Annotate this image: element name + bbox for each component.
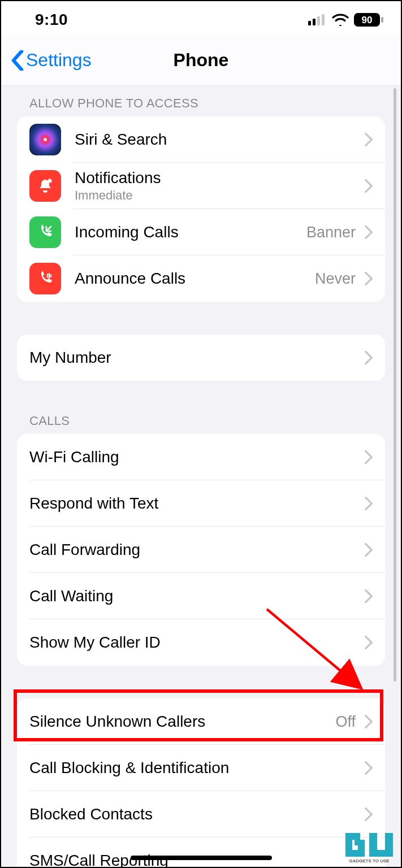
svg-text:90: 90	[362, 15, 373, 25]
row-call-waiting[interactable]: Call Waiting	[17, 573, 385, 619]
row-show-caller-id[interactable]: Show My Caller ID	[17, 619, 385, 666]
chevron-right-icon	[365, 225, 373, 239]
battery-icon: 90	[353, 12, 384, 27]
chevron-left-icon	[11, 50, 24, 71]
chevron-right-icon	[365, 636, 373, 649]
row-label: Call Waiting	[29, 587, 113, 605]
row-sms-call-reporting[interactable]: SMS/Call Reporting	[17, 837, 385, 867]
cellular-icon	[308, 14, 327, 25]
svg-rect-1	[313, 19, 315, 25]
row-label: Blocked Contacts	[29, 805, 153, 823]
chevron-right-icon	[365, 589, 373, 603]
chevron-right-icon	[365, 450, 373, 464]
svg-rect-2	[317, 16, 320, 25]
chevron-right-icon	[365, 272, 373, 285]
status-icons: 90	[308, 12, 384, 27]
section-header-access: ALLOW PHONE TO ACCESS	[1, 86, 401, 116]
row-label: Respond with Text	[29, 494, 158, 513]
chevron-right-icon	[365, 715, 373, 728]
siri-icon	[29, 124, 61, 155]
chevron-right-icon	[365, 351, 373, 364]
row-label: Incoming Calls	[75, 223, 179, 241]
row-blocked-contacts[interactable]: Blocked Contacts	[17, 791, 385, 837]
row-label: Call Forwarding	[29, 541, 140, 559]
watermark-logo: GADGETS TO USE	[341, 827, 397, 865]
row-announce-calls[interactable]: Announce Calls Never	[17, 255, 385, 302]
row-sublabel: Immediate	[75, 188, 161, 203]
row-label: Siri & Search	[75, 131, 167, 149]
back-label: Settings	[26, 50, 92, 71]
group-mynumber: My Number	[17, 335, 385, 381]
group-access: Siri & Search Notifications Immediate In…	[17, 116, 385, 302]
svg-point-7	[48, 179, 52, 183]
scrollbar[interactable]	[394, 88, 396, 682]
page-title: Phone	[174, 50, 229, 71]
phone-announce-icon	[29, 263, 61, 294]
row-label: Call Blocking & Identification	[29, 759, 229, 777]
row-siri-search[interactable]: Siri & Search	[17, 116, 385, 163]
row-label: Notifications	[75, 169, 161, 187]
group-silence-block: Silence Unknown Callers Off Call Blockin…	[17, 698, 385, 867]
row-label: Silence Unknown Callers	[29, 713, 205, 731]
status-bar: 9:10 90	[1, 1, 401, 35]
chevron-right-icon	[365, 497, 373, 510]
back-button[interactable]: Settings	[1, 50, 92, 71]
row-call-blocking-id[interactable]: Call Blocking & Identification	[17, 745, 385, 791]
row-value: Off	[335, 713, 356, 731]
chevron-right-icon	[365, 808, 373, 821]
row-label: Show My Caller ID	[29, 633, 161, 652]
wifi-icon	[332, 14, 349, 26]
row-notifications[interactable]: Notifications Immediate	[17, 163, 385, 209]
chevron-right-icon	[365, 133, 373, 146]
row-value: Never	[315, 270, 356, 288]
nav-bar: Settings Phone	[1, 35, 401, 86]
status-time: 9:10	[35, 11, 68, 29]
content-scroll[interactable]: ALLOW PHONE TO ACCESS Siri & Search Noti…	[1, 86, 401, 867]
row-value: Banner	[306, 224, 356, 241]
row-label: My Number	[29, 349, 111, 367]
svg-text:GADGETS TO USE: GADGETS TO USE	[349, 858, 390, 863]
svg-rect-3	[322, 14, 325, 25]
phone-incoming-icon	[29, 216, 61, 248]
group-calls: Wi-Fi Calling Respond with Text Call For…	[17, 434, 385, 666]
row-call-forwarding[interactable]: Call Forwarding	[17, 527, 385, 573]
bell-icon	[29, 170, 61, 202]
row-incoming-calls[interactable]: Incoming Calls Banner	[17, 209, 385, 255]
svg-rect-0	[308, 21, 311, 25]
row-silence-unknown[interactable]: Silence Unknown Callers Off	[17, 698, 385, 745]
row-respond-with-text[interactable]: Respond with Text	[17, 480, 385, 527]
chevron-right-icon	[365, 179, 373, 193]
chevron-right-icon	[365, 543, 373, 557]
section-header-calls: CALLS	[1, 414, 401, 434]
chevron-right-icon	[365, 761, 373, 775]
row-wifi-calling[interactable]: Wi-Fi Calling	[17, 434, 385, 480]
row-label: Wi-Fi Calling	[29, 448, 119, 466]
row-my-number[interactable]: My Number	[17, 335, 385, 381]
svg-rect-5	[381, 17, 383, 23]
row-label: Announce Calls	[75, 270, 185, 288]
home-indicator	[131, 856, 272, 860]
